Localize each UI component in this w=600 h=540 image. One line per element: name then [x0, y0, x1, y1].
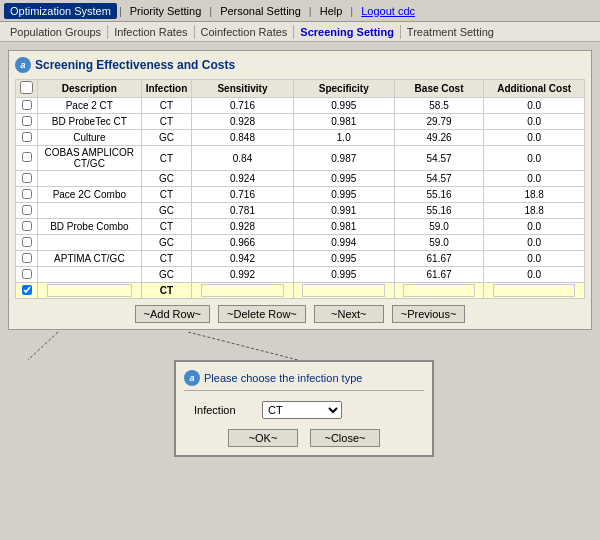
row-checkbox[interactable] [22, 253, 32, 263]
row-checkbox[interactable] [22, 205, 32, 215]
nav-coinfection-rates[interactable]: Coinfection Rates [195, 25, 295, 39]
row-sensitivity: 0.924 [192, 171, 293, 187]
table-row: CultureGC0.8481.049.260.0 [16, 130, 585, 146]
row-sensitivity: 0.966 [192, 235, 293, 251]
menu-item-priority[interactable]: Priority Setting [124, 3, 208, 19]
row-sensitivity: 0.716 [192, 98, 293, 114]
row-basecost-input[interactable] [403, 284, 475, 297]
top-menu-bar: Optimization System | Priority Setting |… [0, 0, 600, 22]
row-check-cell [16, 130, 38, 146]
row-infection: GC [141, 171, 192, 187]
main-content: a Screening Effectiveness and Costs Desc… [0, 42, 600, 465]
row-description: COBAS AMPLICOR CT/GC [38, 146, 142, 171]
row-sensitivity: 0.942 [192, 251, 293, 267]
popup-dialog: a Please choose the infection type Infec… [174, 360, 434, 457]
row-sensitivity: 0.928 [192, 114, 293, 130]
row-check-cell [16, 251, 38, 267]
row-sensitivity: 0.716 [192, 187, 293, 203]
nav-screening-setting[interactable]: Screening Setting [294, 25, 401, 39]
popup-button-row: ~OK~ ~Close~ [184, 429, 424, 447]
row-infection: CT [141, 187, 192, 203]
col-header-check [16, 80, 38, 98]
row-check-cell [16, 98, 38, 114]
row-description: BD ProbeTec CT [38, 114, 142, 130]
menu-item-optimization[interactable]: Optimization System [4, 3, 117, 19]
row-sensitivity: 0.781 [192, 203, 293, 219]
nav-population-groups[interactable]: Population Groups [4, 25, 108, 39]
row-specificity: 0.987 [293, 146, 394, 171]
row-checkbox[interactable] [22, 152, 32, 162]
next-button[interactable]: ~Next~ [314, 305, 384, 323]
row-sensitivity-input[interactable] [201, 284, 284, 297]
table-row: Pace 2 CTCT0.7160.99558.50.0 [16, 98, 585, 114]
svg-line-1 [188, 332, 298, 360]
row-addcost-input[interactable] [493, 284, 576, 297]
row-checkbox[interactable] [22, 116, 32, 126]
row-description: Pace 2 CT [38, 98, 142, 114]
row-base-cost: 29.79 [394, 114, 483, 130]
row-infection: GC [141, 267, 192, 283]
col-header-sensitivity: Sensitivity [192, 80, 293, 98]
row-specificity-input[interactable] [302, 284, 385, 297]
row-infection: CT [141, 251, 192, 267]
row-additional-cost: 0.0 [484, 251, 585, 267]
row-sensitivity: 0.928 [192, 219, 293, 235]
row-additional-cost: 0.0 [484, 130, 585, 146]
row-description: Pace 2C Combo [38, 187, 142, 203]
logout-link[interactable]: Logout cdc [355, 3, 421, 19]
col-header-description: Description [38, 80, 142, 98]
row-checkbox[interactable] [22, 100, 32, 110]
row-specificity: 0.995 [293, 267, 394, 283]
popup-infection-select[interactable]: CT GC [262, 401, 342, 419]
row-check-cell [16, 235, 38, 251]
row-description [38, 171, 142, 187]
delete-row-button[interactable]: ~Delete Row~ [218, 305, 306, 323]
row-check-cell [16, 171, 38, 187]
table-row: Pace 2C ComboCT0.7160.99555.1618.8 [16, 187, 585, 203]
row-checkbox[interactable] [22, 221, 32, 231]
popup-ok-button[interactable]: ~OK~ [228, 429, 298, 447]
row-base-cost: 58.5 [394, 98, 483, 114]
row-infection: CT [141, 114, 192, 130]
select-all-checkbox[interactable] [20, 81, 33, 94]
popup-container: a Please choose the infection type Infec… [8, 360, 592, 457]
row-description [38, 267, 142, 283]
nav-infection-rates[interactable]: Infection Rates [108, 25, 194, 39]
row-additional-cost: 18.8 [484, 187, 585, 203]
row-base-cost [394, 283, 483, 299]
table-row: COBAS AMPLICOR CT/GCCT0.840.98754.570.0 [16, 146, 585, 171]
add-row-button[interactable]: ~Add Row~ [135, 305, 210, 323]
nav-treatment-setting[interactable]: Treatment Setting [401, 25, 500, 39]
row-check-cell [16, 114, 38, 130]
table-row: GC0.9240.99554.570.0 [16, 171, 585, 187]
connection-svg [8, 332, 600, 360]
row-base-cost: 59.0 [394, 219, 483, 235]
row-specificity: 0.995 [293, 98, 394, 114]
separator-1: | [117, 5, 124, 17]
row-specificity: 0.991 [293, 203, 394, 219]
table-header-row: Description Infection Sensitivity Specif… [16, 80, 585, 98]
row-checkbox[interactable] [22, 269, 32, 279]
menu-item-personal[interactable]: Personal Setting [214, 3, 307, 19]
row-base-cost: 61.67 [394, 267, 483, 283]
row-checkbox[interactable] [22, 237, 32, 247]
row-desc-input[interactable] [47, 284, 132, 297]
row-description: Culture [38, 130, 142, 146]
table-button-row: ~Add Row~ ~Delete Row~ ~Next~ ~Previous~ [15, 305, 585, 323]
row-additional-cost: 0.0 [484, 171, 585, 187]
table-row: GC0.9920.99561.670.0 [16, 267, 585, 283]
popup-title: a Please choose the infection type [184, 370, 424, 391]
row-checkbox[interactable] [22, 132, 32, 142]
menu-item-help[interactable]: Help [314, 3, 349, 19]
previous-button[interactable]: ~Previous~ [392, 305, 466, 323]
row-base-cost: 54.57 [394, 171, 483, 187]
row-checkbox[interactable] [22, 285, 32, 295]
connection-area [8, 332, 592, 360]
row-additional-cost: 0.0 [484, 235, 585, 251]
row-check-cell [16, 146, 38, 171]
row-checkbox[interactable] [22, 189, 32, 199]
col-header-specificity: Specificity [293, 80, 394, 98]
row-checkbox[interactable] [22, 173, 32, 183]
col-header-basecost: Base Cost [394, 80, 483, 98]
popup-close-button[interactable]: ~Close~ [310, 429, 380, 447]
